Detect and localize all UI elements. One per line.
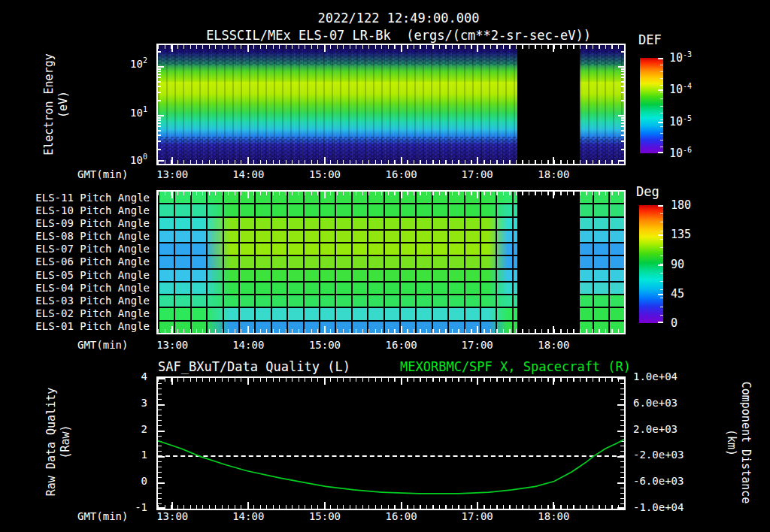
- distance-tick-label: -6.0e+03: [633, 475, 684, 488]
- colorbar-tick-label: 90: [671, 258, 684, 271]
- deg-colorbar-labels: 18013590450: [671, 205, 716, 323]
- colorbar-tick-label: 135: [671, 228, 691, 241]
- time-tick-label: 13:00: [148, 339, 196, 351]
- pitch-row-label: ELS-01 Pitch Angle: [0, 320, 150, 333]
- colorbar-tick-label: 10-3: [669, 51, 692, 65]
- bottom-right-series-title: MEXORBMC/SPF X, Spacecraft (R): [400, 359, 631, 374]
- raw-quality-tick-label: 4: [141, 370, 147, 384]
- time-tick-label: 15:00: [301, 510, 349, 522]
- pitch-time-axis: GMT(min) 13:0014:0015:0016:0017:0018:00: [0, 339, 770, 352]
- time-tick-label: 17:00: [453, 510, 502, 522]
- distance-tick-label: 6.0e+03: [633, 397, 678, 410]
- distance-tick-label: -2.0e+03: [633, 449, 684, 462]
- time-tick-label: 18:00: [529, 339, 578, 351]
- colorbar-tick-label: 10-5: [669, 115, 692, 128]
- line-chart-time-axis: GMT(min) 13:0014:0015:0016:0017:0018:00: [0, 510, 770, 523]
- time-tick-label: 15:00: [301, 339, 349, 351]
- time-tick-label: 16:00: [377, 168, 426, 180]
- spectrogram-y-axis-label: Electron Energy (eV): [42, 53, 71, 155]
- line-chart-left-tick-labels: 43210-1: [119, 376, 150, 510]
- spectrogram-y-tick-labels: 102101100: [113, 44, 152, 165]
- colorbar-tick-label: 10-6: [669, 147, 692, 160]
- data-gap: [517, 192, 580, 333]
- time-tick-label: 17:00: [453, 168, 502, 180]
- raw-quality-tick-label: 3: [141, 397, 147, 410]
- pitch-row-label: ELS-08 Pitch Angle: [0, 230, 150, 243]
- els-summary-plot: 2022/122 12:49:00.000 ELSSCIL/MEx ELS-07…: [0, 0, 770, 532]
- time-tick-label: 16:00: [377, 510, 426, 522]
- time-tick-label: 15:00: [301, 168, 349, 180]
- line-chart-right-axis-label: Component Distance (km): [724, 382, 753, 504]
- data-gap: [517, 45, 580, 164]
- pitch-row-label: ELS-05 Pitch Angle: [0, 269, 150, 282]
- gmt-axis-label: GMT(min): [77, 339, 128, 351]
- time-tick-label: 14:00: [224, 168, 272, 180]
- time-tick-label: 14:00: [224, 510, 272, 522]
- page-title: 2022/122 12:49:00.000: [27, 11, 770, 26]
- line-chart-panel: [156, 376, 626, 510]
- spectrogram-plot-area: [158, 45, 624, 164]
- pitch-row-labels: ELS-11 Pitch AngleELS-10 Pitch AngleELS-…: [0, 192, 153, 333]
- colorbar-tick-label: 0: [671, 316, 678, 330]
- colorbar-tick-label: 45: [671, 287, 684, 301]
- gmt-axis-label: GMT(min): [77, 510, 128, 522]
- time-tick-label: 13:00: [148, 168, 196, 180]
- deg-colorbar: [639, 205, 663, 323]
- pitch-row-label: ELS-10 Pitch Angle: [0, 204, 150, 217]
- colorbar-tick-label: 180: [671, 198, 691, 212]
- gmt-axis-label: GMT(min): [77, 168, 128, 180]
- time-tick-label: 17:00: [453, 339, 502, 351]
- distance-tick-label: 1.0e+04: [633, 370, 678, 384]
- raw-quality-tick-label: 1: [141, 449, 147, 462]
- bottom-left-series-title: SAF_BXuT/Data Quality (L): [158, 359, 350, 374]
- time-tick-label: 18:00: [529, 168, 578, 180]
- time-tick-label: 14:00: [224, 339, 272, 351]
- deg-colorbar-title: Deg: [636, 184, 659, 199]
- energy-tick-label: 101: [130, 107, 147, 120]
- def-colorbar-title: DEF: [638, 32, 662, 47]
- def-colorbar-labels: 10-310-410-510-6: [669, 58, 729, 153]
- electron-energy-spectrogram-panel: [156, 44, 626, 165]
- spacecraft-x-curve: [158, 378, 624, 509]
- line-chart-right-tick-labels: 1.0e+046.0e+032.0e+03-2.0e+03-6.0e+03-1.…: [630, 376, 698, 510]
- distance-tick-label: 2.0e+03: [633, 423, 678, 437]
- time-tick-label: 18:00: [529, 510, 578, 522]
- colorbar-tick-label: 10-4: [669, 83, 692, 96]
- pitch-row-label: ELS-02 Pitch Angle: [0, 307, 150, 320]
- energy-tick-label: 100: [130, 154, 147, 168]
- raw-quality-tick-label: 0: [141, 475, 147, 488]
- time-tick-label: 13:00: [148, 510, 196, 522]
- time-tick-label: 16:00: [377, 339, 426, 351]
- pitch-row-label: ELS-07 Pitch Angle: [0, 243, 150, 255]
- line-chart-plot-area: [158, 378, 624, 509]
- pitch-angle-plot-area: [158, 192, 624, 333]
- spectrogram-time-axis: GMT(min) 13:0014:0015:0016:0017:0018:00: [0, 168, 770, 181]
- pitch-row-label: ELS-03 Pitch Angle: [0, 295, 150, 307]
- raw-quality-tick-label: 2: [141, 423, 147, 437]
- pitch-row-label: ELS-04 Pitch Angle: [0, 282, 150, 295]
- pitch-row-label: ELS-06 Pitch Angle: [0, 255, 150, 268]
- def-colorbar: [640, 58, 663, 153]
- pitch-row-label: ELS-11 Pitch Angle: [0, 192, 150, 204]
- pitch-angle-panel: [156, 190, 626, 334]
- energy-tick-label: 102: [130, 58, 147, 71]
- pitch-row-label: ELS-09 Pitch Angle: [0, 217, 150, 230]
- line-chart-left-axis-label: Raw Data Quality (Raw): [44, 388, 73, 497]
